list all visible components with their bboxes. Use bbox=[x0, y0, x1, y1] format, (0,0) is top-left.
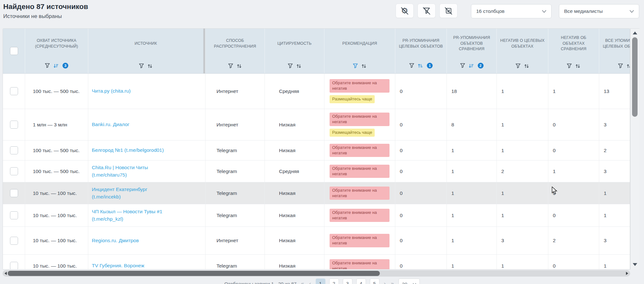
sort-descending-icon[interactable] bbox=[53, 63, 59, 68]
sort-icon[interactable] bbox=[627, 64, 630, 69]
reach-value: 100 тыс. — 500 тыс. bbox=[33, 88, 80, 94]
row-checkbox[interactable] bbox=[10, 87, 18, 95]
recommendations-cell: Обратите внимание на негатив bbox=[330, 144, 389, 157]
negative-compare-value: 0 bbox=[553, 263, 556, 269]
filter-icon[interactable] bbox=[460, 63, 465, 68]
filter-icon[interactable] bbox=[139, 63, 144, 69]
next-page-button[interactable]: › bbox=[383, 280, 387, 284]
row-checkbox[interactable] bbox=[10, 146, 18, 154]
page-button-3[interactable]: 3 bbox=[343, 279, 352, 284]
filter-icon[interactable] bbox=[353, 63, 358, 69]
chevron-down-icon bbox=[542, 10, 546, 13]
negative-target-value: 2 bbox=[501, 169, 504, 174]
row-checkbox[interactable] bbox=[10, 211, 18, 219]
horizontal-scrollbar-thumb[interactable] bbox=[8, 271, 380, 276]
source-link[interactable]: Banki.ru. Диалог bbox=[92, 121, 130, 128]
page-size-dropdown[interactable]: 20 bbox=[399, 279, 420, 284]
table-row[interactable]: 1 млн — 3 млн Banki.ru. Диалог Интернет … bbox=[3, 109, 630, 141]
sort-icon[interactable] bbox=[524, 64, 529, 69]
column-header-neg_target[interactable]: НЕГАТИВ О ЦЕЛЕВЫХ ОБЪЕКТАХ bbox=[496, 29, 548, 73]
source-link[interactable]: ЧП Кызыл — Новости Тувы #1 (t.me/chp_kzl… bbox=[92, 208, 174, 223]
pr-compare-value: 18 bbox=[451, 88, 457, 94]
source-link[interactable]: Regions.ru. Дмитров bbox=[92, 237, 139, 244]
column-header-pr_compare[interactable]: PR-УПОМИНАНИЯ ОБЪЕКТОВ СРАВНЕНИЯ 2 bbox=[447, 29, 496, 73]
source-link[interactable]: TV Губерния. Воронеж bbox=[92, 262, 144, 269]
recommendations-cell: Обратите внимание на негатив bbox=[330, 259, 389, 270]
clear-filters-button[interactable] bbox=[418, 4, 436, 18]
sort-icon[interactable] bbox=[361, 64, 367, 69]
negative-compare-value: 0 bbox=[553, 190, 556, 196]
source-link[interactable]: Чита.ру (chita.ru) bbox=[92, 87, 131, 95]
source-link[interactable]: Chita.Ru | Новости Читы (t.me/chitaru75) bbox=[92, 164, 174, 179]
citation-value: Средняя bbox=[279, 88, 299, 94]
row-checkbox[interactable] bbox=[10, 121, 18, 129]
filter-icon[interactable] bbox=[45, 63, 50, 68]
column-header-recommendation[interactable]: РЕКОМЕНДАЦИЯ bbox=[324, 29, 395, 73]
prev-page-button[interactable]: ‹ bbox=[309, 280, 312, 284]
sort-icon[interactable] bbox=[148, 64, 153, 69]
column-header-neg_compare[interactable]: НЕГАТИВ ОБ ОБЪЕКТАХ СРАВНЕНИЯ bbox=[548, 29, 599, 73]
table-row[interactable]: 10 тыс. — 100 тыс. Инцидент Екатеринбург… bbox=[3, 182, 630, 204]
column-header-reach[interactable]: ОХВАТ ИСТОЧНИКА (СРЕДНЕСУТОЧНЫЙ) 3 bbox=[25, 29, 88, 73]
column-header-all_target[interactable]: ВСЕ УПОМИНАНИЯ ЦЕЛЕВЫХ ОБЪЕКТОВ bbox=[599, 29, 630, 73]
table-row[interactable]: 10 тыс. — 100 тыс. ЧП Кызыл — Новости Ту… bbox=[3, 204, 630, 227]
reach-value: 100 тыс. — 500 тыс. bbox=[33, 169, 80, 174]
filter-icon[interactable] bbox=[618, 63, 623, 69]
column-header-source[interactable]: ИСТОЧНИК bbox=[88, 29, 203, 73]
scroll-down-icon[interactable] bbox=[633, 263, 637, 266]
sort-icon[interactable] bbox=[575, 64, 581, 69]
row-checkbox[interactable] bbox=[10, 189, 18, 197]
select-all-checkbox[interactable] bbox=[10, 47, 18, 55]
page-button-5[interactable]: 5 bbox=[370, 279, 380, 284]
reset-settings-button[interactable]: ⚙ bbox=[396, 4, 414, 18]
scroll-right-icon[interactable] bbox=[626, 272, 628, 275]
page-button-2[interactable]: 2 bbox=[329, 279, 339, 284]
columns-count-dropdown[interactable]: 16 столбцов bbox=[471, 4, 552, 18]
all-mentions-value: 1 bbox=[604, 263, 607, 269]
scroll-up-icon[interactable] bbox=[633, 32, 637, 34]
sort-icon[interactable] bbox=[237, 64, 242, 69]
vertical-scrollbar-thumb[interactable] bbox=[632, 37, 638, 117]
all-mentions-value: 2 bbox=[604, 148, 607, 153]
table-row[interactable]: 10 тыс. — 100 тыс. TV Губерния. Воронеж … bbox=[3, 255, 630, 270]
page-button-4[interactable]: 4 bbox=[356, 279, 366, 284]
column-header-pr_target[interactable]: PR-УПОМИНАНИЯ ЦЕЛЕВЫХ ОБЪЕКТОВ 1 bbox=[395, 29, 447, 73]
negative-target-value: 1 bbox=[501, 88, 504, 94]
filter-crossed-icon bbox=[422, 6, 431, 16]
recommendations-cell: Обратите внимание на негатив bbox=[330, 234, 389, 247]
sort-ascending-icon[interactable] bbox=[418, 63, 423, 68]
table-row[interactable]: 10 тыс. — 100 тыс. Regions.ru. Дмитров И… bbox=[3, 227, 630, 255]
distribution-method-value: Telegram bbox=[216, 213, 237, 218]
table-row[interactable]: 100 тыс. — 500 тыс. Chita.Ru | Новости Ч… bbox=[3, 160, 630, 182]
all-mentions-value: 3 bbox=[604, 122, 607, 128]
page-button-1[interactable]: 1 bbox=[316, 279, 325, 284]
source-link[interactable]: Белгород №1 (t.me/belgorod01) bbox=[92, 147, 164, 154]
horizontal-scrollbar[interactable] bbox=[3, 270, 630, 277]
source-link[interactable]: Инцидент Екатеринбург (t.me/incekb) bbox=[92, 186, 174, 200]
distribution-method-value: Telegram bbox=[216, 169, 237, 174]
table-row[interactable]: 100 тыс. — 500 тыс. Белгород №1 (t.me/be… bbox=[3, 141, 630, 160]
last-page-button[interactable]: » bbox=[390, 280, 394, 284]
row-checkbox[interactable] bbox=[10, 237, 18, 245]
column-header-citation[interactable]: ЦИТИРУЕМОСТЬ bbox=[264, 29, 324, 73]
row-checkbox[interactable] bbox=[10, 167, 18, 175]
scroll-left-icon[interactable] bbox=[5, 272, 7, 275]
pr-compare-value: 1 bbox=[451, 263, 454, 269]
table-row[interactable]: 100 тыс. — 500 тыс. Чита.ру (chita.ru) И… bbox=[3, 74, 630, 109]
filter-icon[interactable] bbox=[288, 63, 293, 69]
sort-icon[interactable] bbox=[296, 64, 302, 69]
column-header-method[interactable]: СПОСОБ РАСПРОСТРАНЕНИЯ bbox=[205, 29, 264, 73]
vertical-scrollbar[interactable] bbox=[630, 28, 639, 270]
clear-selection-button[interactable] bbox=[439, 4, 457, 18]
filter-icon[interactable] bbox=[409, 63, 414, 68]
filter-icon[interactable] bbox=[567, 63, 572, 69]
filter-icon[interactable] bbox=[515, 63, 521, 69]
negative-compare-value: 0 bbox=[553, 213, 556, 218]
filter-icon[interactable] bbox=[228, 63, 233, 69]
sort-descending-icon[interactable] bbox=[469, 63, 474, 68]
medialists-dropdown[interactable]: Все медиалисты bbox=[559, 4, 639, 18]
row-checkbox[interactable] bbox=[10, 262, 18, 270]
reach-value: 10 тыс. — 100 тыс. bbox=[33, 263, 77, 269]
negative-target-value: 1 bbox=[501, 122, 504, 128]
first-page-button[interactable]: « bbox=[300, 280, 304, 284]
